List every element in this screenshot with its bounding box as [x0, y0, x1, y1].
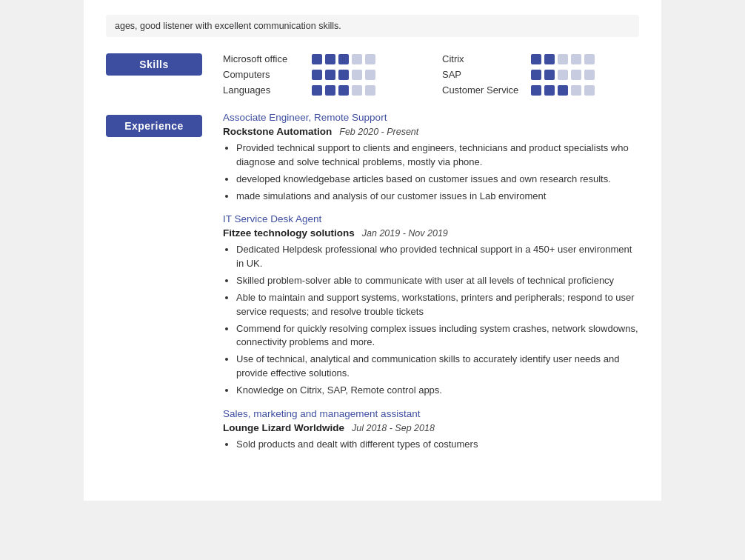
skills-section: Skills Microsoft officeCitrixComputersSA…: [106, 50, 639, 96]
skill-row: Computers: [223, 69, 420, 80]
bullet-item: Able to maintain and support systems, wo…: [236, 291, 639, 319]
filled-dot: [312, 70, 322, 80]
empty-dot: [571, 54, 581, 64]
filled-dot: [338, 70, 349, 80]
experience-section: Experience Associate Engineer, Remote Su…: [106, 112, 639, 462]
empty-dot: [558, 70, 568, 80]
experience-content: Associate Engineer, Remote SupportRockst…: [223, 112, 639, 462]
filled-dot: [325, 54, 335, 64]
bullet-item: Use of technical, analytical and communi…: [236, 353, 639, 381]
filled-dot: [544, 85, 555, 96]
empty-dot: [365, 70, 375, 80]
skill-dots: [312, 85, 375, 96]
bullet-item: made simulations and analysis of our cus…: [236, 190, 639, 204]
skill-row: Customer Service: [442, 84, 639, 96]
filled-dot: [531, 54, 541, 64]
filled-dot: [325, 85, 335, 96]
filled-dot: [558, 85, 568, 96]
job-dates: Jan 2019 - Nov 2019: [362, 228, 448, 239]
job-bullets: Sold products and dealt with different t…: [236, 438, 639, 452]
job-title: Associate Engineer, Remote Support: [223, 112, 639, 123]
skill-name: Microsoft office: [223, 53, 304, 64]
resume-page: ages, good listener with excellent commu…: [84, 0, 661, 501]
empty-dot: [584, 85, 595, 96]
empty-dot: [352, 70, 362, 80]
skill-name: SAP: [442, 69, 524, 80]
bullet-item: developed knowledgebase articles based o…: [236, 173, 639, 187]
bullet-item: Dedicated Helpdesk professional who prov…: [236, 243, 639, 271]
skill-dots: [531, 85, 595, 96]
skill-row: Citrix: [442, 53, 639, 64]
job-company: Fitzee technology solutionsJan 2019 - No…: [223, 227, 639, 239]
job-company: Lounge Lizard WorldwideJul 2018 - Sep 20…: [223, 422, 639, 433]
empty-dot: [584, 70, 595, 80]
top-strip: ages, good listener with excellent commu…: [106, 15, 639, 37]
top-text: ages, good listener with excellent commu…: [115, 21, 341, 31]
job-dates: Jul 2018 - Sep 2018: [352, 423, 435, 433]
empty-dot: [365, 54, 375, 64]
skill-dots: [531, 54, 595, 64]
filled-dot: [325, 70, 335, 80]
empty-dot: [571, 85, 581, 96]
filled-dot: [312, 54, 322, 64]
bullet-item: Provided technical support to clients an…: [236, 141, 639, 170]
empty-dot: [558, 54, 568, 64]
bullet-item: Knowledge on Citrix, SAP, Remote control…: [236, 384, 639, 398]
skills-grid: Microsoft officeCitrixComputersSAPLangua…: [223, 50, 639, 96]
filled-dot: [312, 85, 322, 96]
skills-content: Microsoft officeCitrixComputersSAPLangua…: [223, 50, 639, 96]
skill-dots: [531, 70, 595, 80]
skill-row: Microsoft office: [223, 53, 420, 64]
filled-dot: [338, 54, 349, 64]
job-title: Sales, marketing and management assistan…: [223, 408, 639, 419]
empty-dot: [571, 70, 581, 80]
filled-dot: [544, 70, 555, 80]
filled-dot: [531, 70, 541, 80]
experience-label: Experience: [106, 115, 202, 137]
skill-dots: [312, 70, 375, 80]
empty-dot: [352, 54, 362, 64]
filled-dot: [338, 85, 349, 96]
bullet-item: Sold products and dealt with different t…: [236, 438, 639, 452]
skill-row: SAP: [442, 69, 639, 80]
skills-label: Skills: [106, 53, 202, 76]
filled-dot: [544, 54, 555, 64]
empty-dot: [365, 85, 375, 96]
job-title: IT Service Desk Agent: [223, 213, 639, 224]
job-company: Rockstone AutomationFeb 2020 - Present: [223, 126, 639, 137]
skill-row: Languages: [223, 84, 420, 96]
skill-name: Computers: [223, 69, 304, 80]
skill-name: Customer Service: [442, 84, 524, 96]
skill-name: Citrix: [442, 53, 524, 64]
job-bullets: Dedicated Helpdesk professional who prov…: [236, 243, 639, 397]
empty-dot: [584, 54, 595, 64]
empty-dot: [352, 85, 362, 96]
job-dates: Feb 2020 - Present: [339, 127, 418, 137]
skill-dots: [312, 54, 375, 64]
bullet-item: Commend for quickly resolving complex is…: [236, 322, 639, 350]
bullet-item: Skilled problem-solver able to communica…: [236, 274, 639, 288]
job-bullets: Provided technical support to clients an…: [236, 141, 639, 203]
skill-name: Languages: [223, 84, 304, 96]
filled-dot: [531, 85, 541, 96]
